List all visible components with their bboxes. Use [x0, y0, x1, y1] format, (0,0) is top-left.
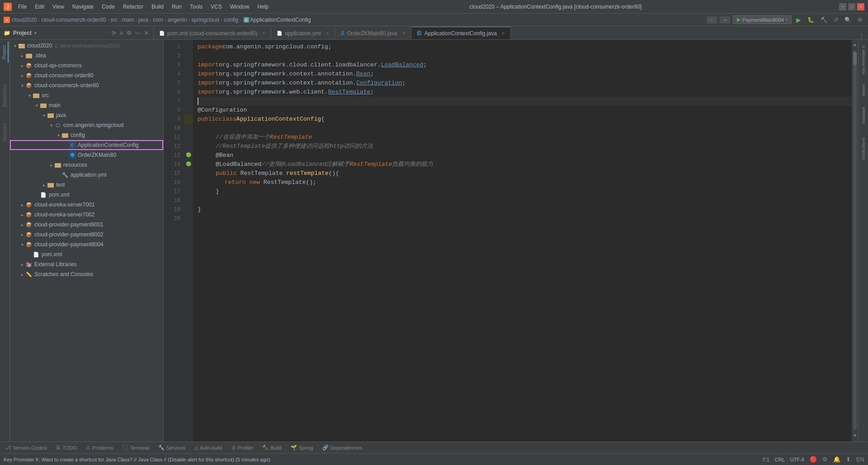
version-control-tab[interactable]: ⎇ Version Control [4, 442, 49, 453]
maximize-button[interactable]: □ [848, 3, 855, 10]
nav-cloud2020[interactable]: cloud2020 [12, 17, 37, 23]
right-icon-maven[interactable]: Maven [859, 79, 868, 101]
encoding[interactable]: UTF-8 [790, 457, 804, 462]
tree-item-config[interactable]: ▾ config [10, 130, 163, 140]
tree-item-app-yml[interactable]: 🔧 application.yml [10, 170, 163, 180]
todo-tab[interactable]: ☰ TODO [54, 442, 79, 453]
panel-close-panel-button[interactable]: ✕ [143, 29, 150, 37]
close-button[interactable]: ✕ [857, 3, 864, 10]
tree-item-pom-module[interactable]: 📄 pom.xml [10, 190, 163, 200]
nav-back-button[interactable]: ← [707, 16, 717, 23]
appconfig-tab-close[interactable]: ✕ [501, 31, 505, 36]
nav-classname[interactable]: ApplicationContextConfig [250, 17, 311, 23]
debug-button[interactable]: 🐛 [806, 17, 816, 23]
tree-item-eureka7002[interactable]: ▸ 📦 cloud-eureka-server7002 [10, 210, 163, 220]
pom-tab-close[interactable]: ✕ [262, 31, 265, 36]
tree-item-package[interactable]: ▾ ⬡ com.angenin.springcloud [10, 120, 163, 130]
nav-src[interactable]: src [110, 17, 118, 23]
panel-gear-button[interactable]: — [134, 29, 142, 37]
build-button[interactable]: 🔨 [819, 17, 829, 23]
minimize-button[interactable]: ─ [839, 3, 846, 10]
tree-item-api-commons[interactable]: ▸ 📦 cloud-api-commons [10, 61, 163, 70]
orderzk-tab-close[interactable]: ✕ [402, 31, 406, 36]
tree-item-cloud2020[interactable]: ▾ cloud2020 E:\idea-workspace\cloud2020 [10, 41, 163, 51]
menu-build[interactable]: Build [148, 3, 167, 11]
tree-item-test[interactable]: ▸ test [10, 180, 163, 190]
nav-java[interactable]: java [138, 17, 148, 23]
right-icon-notifications[interactable]: Notifications [859, 130, 868, 166]
spring-tab[interactable]: 🌱 Spring [289, 442, 315, 453]
cursor-position[interactable]: 7:1 [762, 457, 769, 462]
tree-item-consumerzk-order80[interactable]: ▾ 📦 cloud-consumerzk-order80 [10, 80, 163, 90]
menu-help[interactable]: Help [254, 3, 272, 11]
nav-springcloud[interactable]: springcloud [192, 17, 219, 23]
code-content[interactable]: package com.angenin.springcloud.config; … [193, 40, 852, 442]
lang-icon[interactable]: EN [856, 456, 864, 463]
dependencies-tab[interactable]: 🔗 Dependencies [321, 442, 364, 453]
menu-view[interactable]: View [49, 3, 68, 11]
tree-item-orderzkMain80[interactable]: 🔷 OrderZKMain80 [10, 150, 163, 160]
tree-item-appcontextconfig[interactable]: C ApplicationContextConfig [10, 140, 163, 150]
tree-item-scratches[interactable]: ▸ ✏️ Scratches and Consoles [10, 269, 163, 279]
search-button[interactable]: 🔍 [843, 17, 853, 23]
tree-item-payment8004[interactable]: ▾ 📦 cloud-provider-payment8004 [10, 240, 163, 249]
settings-button[interactable]: ⚙ [856, 17, 864, 23]
tree-item-java[interactable]: ▾ java [10, 110, 163, 120]
chevron-down-icon[interactable]: ▾ [34, 31, 37, 35]
settings-icon[interactable]: ⚙ [822, 456, 828, 463]
right-icon-database[interactable]: Database [859, 102, 868, 129]
nav-config[interactable]: config [224, 17, 238, 23]
nav-main[interactable]: main [122, 17, 134, 23]
menu-edit[interactable]: Edit [31, 3, 48, 11]
code-editor[interactable]: 12345 678910 1112131415 1617181920 🟢 [164, 40, 858, 442]
build-tab[interactable]: 🔨 Build [260, 442, 283, 453]
sidebar-icon-project[interactable]: Project [1, 42, 9, 63]
vcs-icon[interactable]: ⬆ [846, 456, 851, 463]
menu-run[interactable]: Run [168, 3, 185, 11]
tab-pom[interactable]: 📄 pom.xml (cloud-consumerzk-order80) ✕ [154, 27, 271, 39]
panel-collapse-button[interactable]: ≡ [119, 29, 124, 37]
auto-build-tab[interactable]: △ Auto-build [193, 442, 224, 453]
nav-angenin[interactable]: angenin [168, 17, 187, 23]
services-tab[interactable]: 🔧 Services [156, 442, 187, 453]
nav-module[interactable]: cloud-consumerzk-order80 [41, 17, 106, 23]
profiler-tab[interactable]: ◎ Profiler [230, 442, 255, 453]
editor-right-scrollbar[interactable]: ▲ ▼ [852, 40, 858, 442]
menu-window[interactable]: Window [226, 3, 253, 11]
run-config-selector[interactable]: ▶ PaymentMain8004 ▾ [733, 15, 792, 24]
yaml-tab-close[interactable]: ✕ [326, 31, 329, 36]
tab-orderzkmain80[interactable]: J OrderZKMain80.java ✕ [335, 27, 411, 39]
tree-item-resources[interactable]: ▸ resources [10, 160, 163, 170]
sidebar-icon-structure[interactable]: Structure [1, 120, 8, 146]
tab-more-button[interactable]: ⋮ [855, 33, 868, 39]
terminal-tab[interactable]: ⬛ Terminal [120, 442, 151, 453]
notification-icon[interactable]: 🔔 [833, 456, 840, 463]
tab-application-yml[interactable]: 📄 application.yml ✕ [271, 27, 335, 39]
sidebar-icon-bookmarks[interactable]: Bookmarks [1, 81, 8, 111]
tab-applicationcontextconfig[interactable]: C ApplicationContextConfig.java ✕ [411, 27, 511, 39]
panel-settings-button[interactable]: ⚙ [126, 29, 132, 37]
run-button[interactable]: ▶ [794, 16, 803, 23]
tree-item-consumer-order80[interactable]: ▸ 📦 cloud-consumer-order80 [10, 70, 163, 80]
nav-forward-button[interactable]: → [720, 16, 730, 23]
menu-code[interactable]: Code [98, 3, 118, 11]
tree-item-main[interactable]: ▾ main [10, 100, 163, 110]
menu-vcs[interactable]: VCS [207, 3, 226, 11]
tree-item-payment8001[interactable]: ▸ 📦 cloud-provider-payment8001 [10, 220, 163, 230]
problems-tab[interactable]: ⚠ Problems [84, 442, 115, 453]
tree-item-src[interactable]: ▾ src [10, 90, 163, 100]
line-sep[interactable]: CRL [775, 457, 785, 462]
tree-item-idea[interactable]: ▸ .idea [10, 51, 163, 61]
tree-item-payment8002[interactable]: ▸ 📦 cloud-provider-payment8002 [10, 230, 163, 240]
menu-navigate[interactable]: Navigate [69, 3, 97, 11]
panel-sync-button[interactable]: ⟳ [111, 29, 117, 37]
menu-file[interactable]: File [14, 3, 30, 11]
menu-tools[interactable]: Tools [186, 3, 206, 11]
nav-com[interactable]: com [153, 17, 163, 23]
tree-item-eureka7001[interactable]: ▸ 📦 cloud-eureka-server7001 [10, 200, 163, 210]
reload-button[interactable]: ↺ [832, 17, 840, 23]
right-icon-key-promoter[interactable]: Key Promoter X [859, 42, 868, 78]
tree-item-pom-root[interactable]: 📄 pom.xml [10, 249, 163, 259]
tree-item-external-libs[interactable]: ▸ 📚 External Libraries [10, 259, 163, 269]
menu-refactor[interactable]: Refactor [119, 3, 147, 11]
